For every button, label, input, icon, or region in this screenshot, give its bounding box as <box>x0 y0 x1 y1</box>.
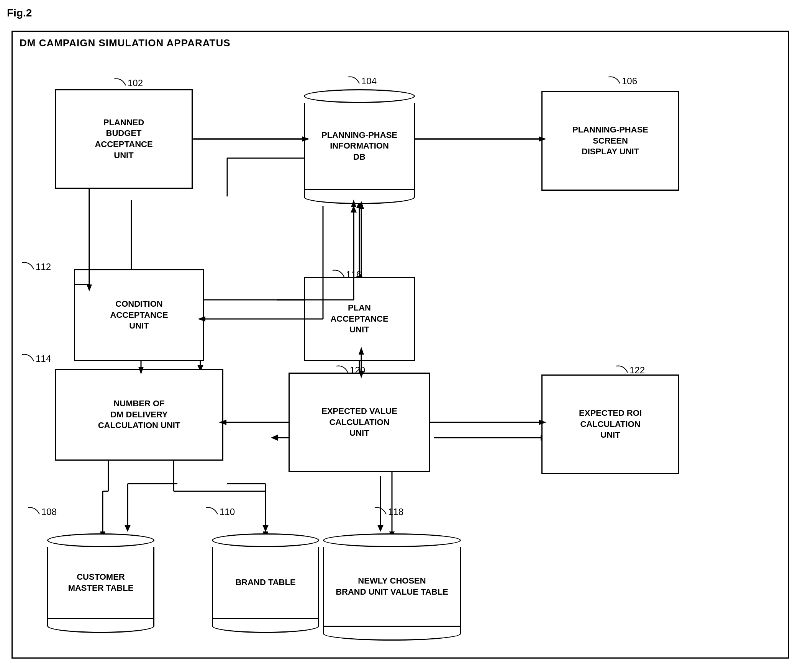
apparatus-box: DM CAMPAIGN SIMULATION APPARATUS <box>11 31 789 659</box>
svg-marker-24 <box>125 525 131 532</box>
ref-110-bracket <box>197 505 223 516</box>
plan-acceptance-unit: PLAN ACCEPTANCE UNIT <box>304 277 415 361</box>
newly-chosen-brand-table: NEWLY CHOSEN BRAND UNIT VALUE TABLE <box>323 533 461 641</box>
svg-marker-11 <box>351 206 357 213</box>
svg-marker-27 <box>262 525 269 532</box>
cylinder-body-customer: CUSTOMER MASTER TABLE <box>47 547 154 619</box>
planning-phase-screen-label: PLANNING-PHASE SCREEN DISPLAY UNIT <box>572 124 648 157</box>
ref-108-bracket <box>18 505 45 516</box>
cylinder-top-db <box>304 89 415 103</box>
ref-102-bracket <box>105 76 131 87</box>
dm-delivery-unit: NUMBER OF DM DELIVERY CALCULATION UNIT <box>55 369 223 461</box>
ref-112-bracket <box>13 260 39 271</box>
planning-phase-screen-unit: PLANNING-PHASE SCREEN DISPLAY UNIT <box>541 91 679 191</box>
planned-budget-label: PLANNED BUDGET ACCEPTANCE UNIT <box>95 117 152 161</box>
ref-118-bracket <box>365 505 392 516</box>
ref-106-bracket <box>599 74 626 85</box>
apparatus-title: DM CAMPAIGN SIMULATION APPARATUS <box>20 37 231 49</box>
brand-table: BRAND TABLE <box>212 533 319 633</box>
expected-roi-label: EXPECTED ROI CALCULATION UNIT <box>579 408 642 441</box>
fig-label: Fig.2 <box>7 7 32 19</box>
customer-master-table: CUSTOMER MASTER TABLE <box>47 533 154 633</box>
cylinder-bottom-customer <box>47 619 154 633</box>
cylinder-body-brand: BRAND TABLE <box>212 547 319 619</box>
planning-phase-db: PLANNING-PHASE INFORMATION DB <box>304 89 415 204</box>
ref-104-bracket <box>338 74 365 85</box>
cylinder-bottom-newly <box>323 627 461 641</box>
cylinder-top-newly <box>323 533 461 547</box>
planned-budget-unit: PLANNED BUDGET ACCEPTANCE UNIT <box>55 89 193 189</box>
cylinder-body-db: PLANNING-PHASE INFORMATION DB <box>304 103 415 190</box>
ref-114-bracket <box>13 352 39 363</box>
cylinder-bottom-db <box>304 190 415 204</box>
cylinder-top-brand <box>212 533 319 547</box>
expected-value-label: EXPECTED VALUE CALCULATION UNIT <box>321 406 397 439</box>
svg-marker-19 <box>271 435 278 441</box>
dm-delivery-label: NUMBER OF DM DELIVERY CALCULATION UNIT <box>98 398 180 431</box>
ref-122-bracket <box>607 363 633 374</box>
condition-acceptance-label: CONDITION ACCEPTANCE UNIT <box>110 299 168 332</box>
cylinder-bottom-brand <box>212 619 319 633</box>
expected-roi-unit: EXPECTED ROI CALCULATION UNIT <box>541 374 679 474</box>
cylinder-top-customer <box>47 533 154 547</box>
expected-value-unit: EXPECTED VALUE CALCULATION UNIT <box>289 373 430 472</box>
cylinder-body-newly: NEWLY CHOSEN BRAND UNIT VALUE TABLE <box>323 547 461 627</box>
condition-acceptance-unit: CONDITION ACCEPTANCE UNIT <box>74 269 204 361</box>
plan-acceptance-label: PLAN ACCEPTANCE UNIT <box>330 302 388 335</box>
svg-marker-29 <box>377 525 384 532</box>
